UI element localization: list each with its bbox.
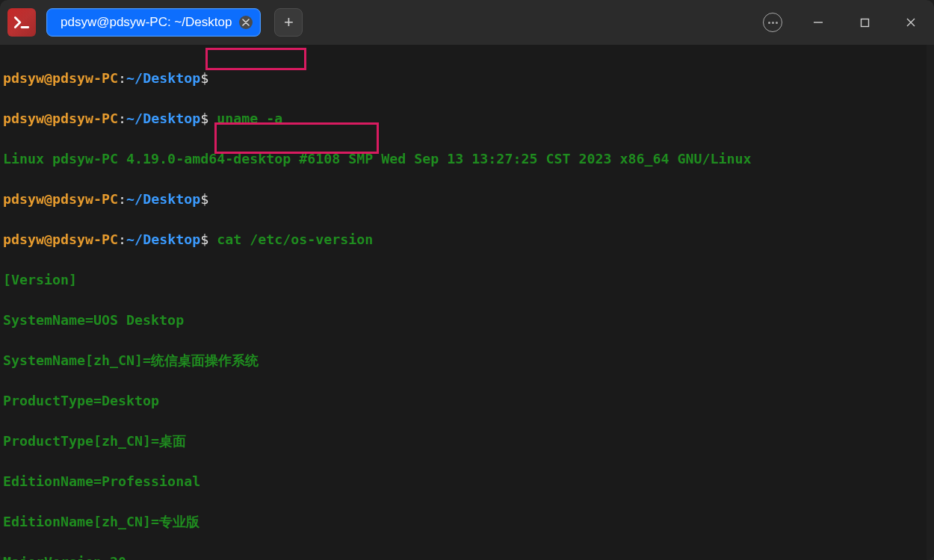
command-cat: cat /etc/os-version [217,231,373,247]
prompt-cwd-dir: Desktop [143,191,200,207]
highlight-box [205,48,306,70]
prompt-sigil: $ [200,70,208,86]
command-line-uname: pdsyw@pdsyw-PC:~/Desktop$ uname -a [3,108,931,128]
prompt-cwd-dir: Desktop [143,231,200,247]
prompt-userhost: pdsyw@pdsyw-PC [3,231,118,247]
title-bar: pdsyw@pdsyw-PC: ~/Desktop + [0,0,934,45]
prompt-cwd-prefix: ~/ [126,111,143,126]
svg-rect-2 [861,19,868,26]
prompt-line: pdsyw@pdsyw-PC:~/Desktop$ [3,189,931,209]
output-uname: Linux pdsyw-PC 4.19.0-amd64-desktop #610… [3,149,931,169]
output-line: [Version] [3,270,931,290]
terminal-tab[interactable]: pdsyw@pdsyw-PC: ~/Desktop [46,8,261,37]
prompt-cwd-prefix: ~/ [126,191,143,207]
scrollbar-vertical[interactable] [927,45,934,560]
prompt-cwd-prefix: ~/ [126,231,143,247]
terminal-app-icon [7,8,36,37]
prompt-userhost: pdsyw@pdsyw-PC [3,70,118,86]
prompt-sep: : [118,111,126,126]
prompt-sigil: $ [200,111,208,126]
prompt-sigil: $ [200,191,208,207]
ellipsis-icon [763,13,782,32]
new-tab-button[interactable]: + [274,8,303,37]
minimize-button[interactable] [795,0,841,45]
output-line: EditionName[zh_CN]=专业版 [3,511,931,532]
output-line: SystemName=UOS Desktop [3,310,931,330]
output-line: SystemName[zh_CN]=统信桌面操作系统 [3,350,931,370]
prompt-sep: : [118,70,126,86]
command-uname: uname -a [217,111,282,126]
maximize-button[interactable] [841,0,888,45]
output-line: EditionName=Professional [3,471,931,491]
window-controls [753,0,934,45]
close-tab-button[interactable] [239,16,253,29]
output-line: ProductType=Desktop [3,391,931,411]
command-line-cat: pdsyw@pdsyw-PC:~/Desktop$ cat /etc/os-ve… [3,229,931,249]
prompt-cwd-dir: Desktop [143,70,200,86]
prompt-userhost: pdsyw@pdsyw-PC [3,111,118,126]
prompt-userhost: pdsyw@pdsyw-PC [3,191,118,207]
more-button[interactable] [753,0,792,45]
prompt-sigil: $ [200,231,208,247]
prompt-line: pdsyw@pdsyw-PC:~/Desktop$ [3,68,931,88]
terminal-window: pdsyw@pdsyw-PC: ~/Desktop + pdsyw@pdsyw-… [0,0,934,560]
tab-title: pdsyw@pdsyw-PC: ~/Desktop [61,15,232,30]
prompt-sep: : [118,231,126,247]
output-line: ProductType[zh_CN]=桌面 [3,431,931,451]
prompt-cwd-dir: Desktop [143,111,200,126]
terminal-output-area[interactable]: pdsyw@pdsyw-PC:~/Desktop$ pdsyw@pdsyw-PC… [0,45,934,560]
output-line: MajorVersion=20 [3,552,931,560]
prompt-cwd-prefix: ~/ [126,70,143,86]
prompt-sep: : [118,191,126,207]
close-window-button[interactable] [888,0,934,45]
